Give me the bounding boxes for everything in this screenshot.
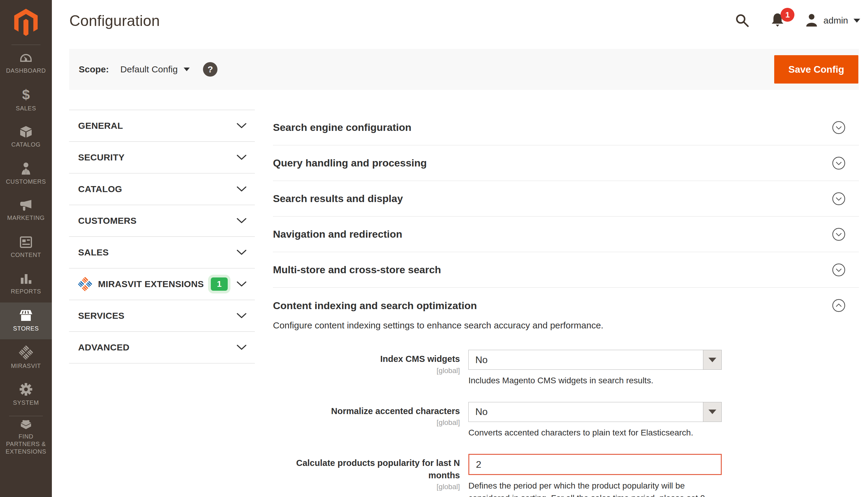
sidebar-item-sales[interactable]: $ SALES <box>0 82 52 118</box>
config-nav-customers[interactable]: CUSTOMERS <box>69 205 255 237</box>
config-nav-security[interactable]: SECURITY <box>69 142 255 173</box>
sidebar-item-label: FIND PARTNERS & EXTENSIONS <box>0 433 52 455</box>
chevron-down-circle-icon <box>832 120 846 134</box>
save-config-button[interactable]: Save Config <box>774 55 858 84</box>
chevron-down-icon <box>237 250 246 255</box>
chevron-down-icon <box>184 68 190 71</box>
caret-down-icon <box>709 410 716 414</box>
help-icon[interactable]: ? <box>203 62 217 76</box>
admin-user-menu[interactable]: admin <box>805 13 860 28</box>
field-label: Index CMS widgets <box>273 353 460 365</box>
config-sections: Search engine configuration Query handli… <box>273 110 859 497</box>
sidebar-item-customers[interactable]: CUSTOMERS <box>0 155 52 192</box>
sidebar-item-dashboard[interactable]: DASHBOARD <box>0 45 52 82</box>
catalog-icon <box>19 126 33 138</box>
notifications-button[interactable]: 1 <box>770 12 785 29</box>
config-nav-advanced[interactable]: ADVANCED <box>69 332 255 364</box>
sidebar-item-label: REPORTS <box>9 288 43 295</box>
content-icon <box>19 236 33 248</box>
admin-sidebar: DASHBOARD $ SALES CATALOG CUSTOME <box>0 0 52 497</box>
config-nav-label: SALES <box>78 247 109 258</box>
field-products-popularity-months: Calculate products popularity for last N… <box>273 454 859 497</box>
sidebar-item-label: DASHBOARD <box>4 67 48 74</box>
section-search-engine-configuration[interactable]: Search engine configuration <box>273 110 859 145</box>
sidebar-item-stores[interactable]: STORES <box>0 302 52 339</box>
config-nav-label: SERVICES <box>78 311 125 321</box>
section-title: Navigation and redirection <box>273 228 402 240</box>
magento-logo[interactable] <box>0 0 52 45</box>
config-nav-label: ADVANCED <box>78 342 129 353</box>
magento-logo-icon <box>14 8 38 37</box>
field-index-cms-widgets: Index CMS widgets [global] No Includes M… <box>273 350 859 387</box>
sidebar-item-marketing[interactable]: MARKETING <box>0 192 52 229</box>
marketing-icon <box>19 199 33 211</box>
field-scope: [global] <box>273 366 460 375</box>
section-content-indexing[interactable]: Content indexing and search optimization <box>273 288 859 323</box>
field-label: Normalize accented characters <box>273 405 460 417</box>
section-title: Search engine configuration <box>273 122 411 133</box>
page-header: Configuration 1 <box>52 0 868 49</box>
system-icon <box>19 382 33 396</box>
sidebar-item-label: SALES <box>14 105 38 112</box>
config-nav-catalog[interactable]: CATALOG <box>69 173 255 205</box>
mirasvit-icon <box>19 345 33 359</box>
header-actions: 1 admin <box>735 12 860 30</box>
sales-icon: $ <box>19 88 33 102</box>
section-title: Content indexing and search optimization <box>273 300 477 312</box>
user-icon <box>805 13 819 28</box>
sidebar-item-reports[interactable]: REPORTS <box>0 266 52 302</box>
config-nav-services[interactable]: SERVICES <box>69 300 255 332</box>
admin-user-name: admin <box>823 15 848 26</box>
section-query-handling[interactable]: Query handling and processing <box>273 145 859 181</box>
sidebar-item-find-partners[interactable]: FIND PARTNERS & EXTENSIONS <box>0 418 52 454</box>
section-title: Query handling and processing <box>273 157 427 169</box>
section-description: Configure content indexing settings to e… <box>273 320 859 330</box>
field-label: Calculate products popularity for last N… <box>273 457 460 481</box>
mirasvit-extensions-icon <box>78 277 92 291</box>
index-cms-widgets-select[interactable]: No <box>468 350 722 370</box>
sidebar-item-label: CONTENT <box>9 251 43 259</box>
field-note: Defines the period per which the product… <box>468 480 710 497</box>
field-note: Includes Magento CMS widgets in search r… <box>468 374 710 387</box>
config-nav-general[interactable]: GENERAL <box>69 110 255 142</box>
svg-text:$: $ <box>22 88 30 102</box>
config-nav-label: MIRASVIT EXTENSIONS <box>98 279 204 289</box>
chevron-down-icon <box>237 313 246 318</box>
dashboard-icon <box>19 52 33 64</box>
config-section-nav: GENERAL SECURITY CATALOG CUSTOMERS <box>69 110 255 364</box>
section-navigation-redirection[interactable]: Navigation and redirection <box>273 216 859 252</box>
chevron-down-icon <box>237 155 246 160</box>
chevron-up-circle-icon <box>832 299 846 312</box>
chevron-down-icon <box>237 123 246 128</box>
field-scope: [global] <box>273 418 460 427</box>
chevron-down-icon <box>237 218 246 224</box>
section-search-results[interactable]: Search results and display <box>273 181 859 216</box>
scope-selector[interactable]: Default Config <box>120 64 190 74</box>
customers-icon <box>19 162 33 175</box>
sidebar-item-catalog[interactable]: CATALOG <box>0 118 52 155</box>
chevron-down-icon <box>237 186 246 192</box>
scope-bar: Scope: Default Config ? Save Config <box>69 49 859 90</box>
field-scope: [global] <box>273 483 460 491</box>
section-title: Multi-store and cross-store search <box>273 264 441 276</box>
search-icon[interactable] <box>735 13 750 28</box>
products-popularity-months-input[interactable] <box>468 454 722 475</box>
select-dropdown-button[interactable] <box>703 350 722 370</box>
sidebar-item-content[interactable]: CONTENT <box>0 229 52 266</box>
chevron-down-circle-icon <box>832 156 846 170</box>
scope-value: Default Config <box>120 64 177 74</box>
caret-down-icon <box>709 358 716 362</box>
sidebar-item-mirasvit[interactable]: MIRASVIT <box>0 339 52 376</box>
reports-icon <box>19 273 33 285</box>
content: GENERAL SECURITY CATALOG CUSTOMERS <box>69 110 859 497</box>
config-nav-mirasvit-extensions[interactable]: MIRASVIT EXTENSIONS 1 <box>69 268 255 300</box>
main-area: Configuration 1 <box>52 0 868 497</box>
section-title: Search results and display <box>273 193 403 204</box>
config-nav-sales[interactable]: SALES <box>69 237 255 268</box>
config-nav-label: CATALOG <box>78 184 122 194</box>
normalize-accented-characters-select[interactable]: No <box>468 402 722 422</box>
select-dropdown-button[interactable] <box>703 402 722 422</box>
sidebar-item-system[interactable]: SYSTEM <box>0 376 52 413</box>
section-multi-store-search[interactable]: Multi-store and cross-store search <box>273 252 859 288</box>
mirasvit-count-badge: 1 <box>211 278 228 291</box>
